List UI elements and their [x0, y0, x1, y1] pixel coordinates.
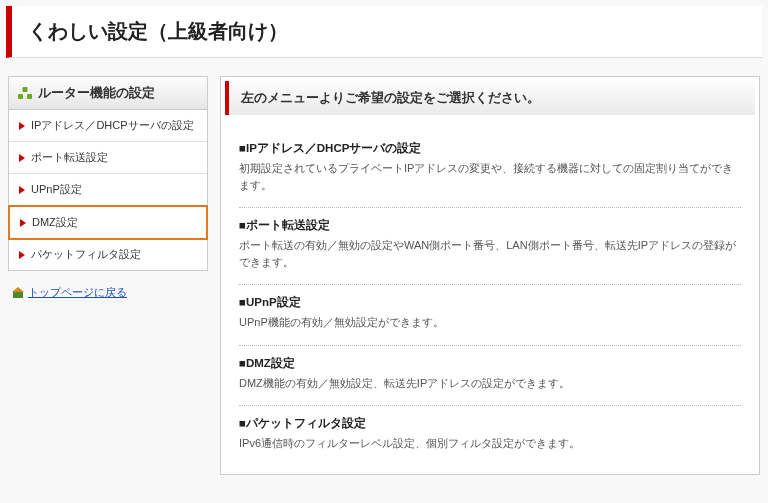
section-desc: UPnP機能の有効／無効設定ができます。 — [239, 314, 741, 331]
page-title: くわしい設定（上級者向け） — [28, 18, 746, 45]
sidebar-item-ip-dhcp[interactable]: IPアドレス／DHCPサーバの設定 — [9, 110, 207, 142]
section-desc: DMZ機能の有効／無効設定、転送先IPアドレスの設定ができます。 — [239, 375, 741, 392]
section-port-forward: ■ポート転送設定 ポート転送の有効／無効の設定やWAN側ポート番号、LAN側ポー… — [239, 208, 741, 285]
top-page-link[interactable]: トップページに戻る — [28, 285, 127, 300]
section-ip-dhcp: ■IPアドレス／DHCPサーバの設定 初期設定されているプライベートIPアドレス… — [239, 131, 741, 208]
sidebar-item-port-forward[interactable]: ポート転送設定 — [9, 142, 207, 174]
arrow-icon — [19, 122, 25, 130]
section-desc: IPv6通信時のフィルターレベル設定、個別フィルタ設定ができます。 — [239, 435, 741, 452]
arrow-icon — [19, 251, 25, 259]
home-icon — [12, 287, 24, 298]
sidebar-item-label: パケットフィルタ設定 — [31, 247, 141, 262]
sidebar-item-label: ポート転送設定 — [31, 150, 108, 165]
section-title: ■DMZ設定 — [239, 356, 741, 371]
sidebar-title: ルーター機能の設定 — [9, 77, 207, 110]
section-desc: 初期設定されているプライベートIPアドレスの変更や、接続する機器に対しての固定割… — [239, 160, 741, 193]
sidebar-item-label: UPnP設定 — [31, 182, 82, 197]
sidebar-menu: ルーター機能の設定 IPアドレス／DHCPサーバの設定 ポート転送設定 UPnP… — [8, 76, 208, 271]
content-area: ■IPアドレス／DHCPサーバの設定 初期設定されているプライベートIPアドレス… — [221, 119, 759, 474]
section-title: ■ポート転送設定 — [239, 218, 741, 233]
sidebar-item-dmz[interactable]: DMZ設定 — [8, 205, 208, 240]
arrow-icon — [20, 219, 26, 227]
sidebar-item-upnp[interactable]: UPnP設定 — [9, 174, 207, 206]
sidebar-item-label: IPアドレス／DHCPサーバの設定 — [31, 118, 194, 133]
section-packet-filter: ■パケットフィルタ設定 IPv6通信時のフィルターレベル設定、個別フィルタ設定が… — [239, 406, 741, 466]
main-container: ルーター機能の設定 IPアドレス／DHCPサーバの設定 ポート転送設定 UPnP… — [0, 58, 768, 483]
section-desc: ポート転送の有効／無効の設定やWAN側ポート番号、LAN側ポート番号、転送先IP… — [239, 237, 741, 270]
arrow-icon — [19, 154, 25, 162]
footer: Copyright © SoftBank All rights reserved… — [0, 483, 768, 504]
section-title: ■パケットフィルタ設定 — [239, 416, 741, 431]
main-panel: 左のメニューよりご希望の設定をご選択ください。 ■IPアドレス／DHCPサーバの… — [220, 76, 760, 475]
page-header: くわしい設定（上級者向け） — [6, 6, 762, 58]
section-title: ■UPnP設定 — [239, 295, 741, 310]
sidebar-title-label: ルーター機能の設定 — [38, 84, 155, 102]
sidebar: ルーター機能の設定 IPアドレス／DHCPサーバの設定 ポート転送設定 UPnP… — [8, 76, 208, 475]
network-icon — [18, 87, 32, 99]
section-title: ■IPアドレス／DHCPサーバの設定 — [239, 141, 741, 156]
section-dmz: ■DMZ設定 DMZ機能の有効／無効設定、転送先IPアドレスの設定ができます。 — [239, 346, 741, 407]
sidebar-item-label: DMZ設定 — [32, 215, 78, 230]
sidebar-item-packet-filter[interactable]: パケットフィルタ設定 — [9, 239, 207, 270]
section-upnp: ■UPnP設定 UPnP機能の有効／無効設定ができます。 — [239, 285, 741, 346]
top-link-row: トップページに戻る — [8, 285, 208, 300]
main-heading: 左のメニューよりご希望の設定をご選択ください。 — [225, 81, 755, 115]
arrow-icon — [19, 186, 25, 194]
